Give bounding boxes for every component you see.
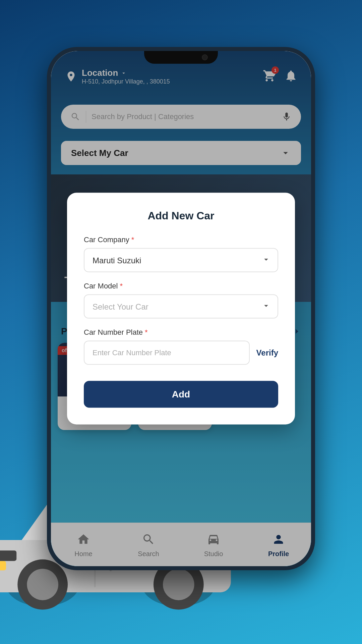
svg-point-15 [163,569,194,600]
svg-rect-17 [0,550,16,561]
car-number-label: Car Number Plate * [84,328,278,337]
svg-point-13 [27,569,58,600]
car-company-select[interactable]: Maruti Suzuki Hyundai Tata Honda Toyota [84,248,278,272]
modal-overlay: Add New Car Car Company * Maruti Suzuki … [51,51,311,566]
car-number-group: Car Number Plate * Verify [84,328,278,365]
car-model-label: Car Model * [84,282,278,290]
add-car-modal: Add New Car Car Company * Maruti Suzuki … [67,193,295,425]
car-company-label: Car Company * [84,235,278,244]
verify-button[interactable]: Verify [256,348,278,358]
required-star-1: * [131,235,134,244]
modal-title: Add New Car [84,210,278,222]
app-content: Location H-510, Jodhpur Village, , 38001… [51,51,311,566]
car-model-select[interactable]: Select Your Car Swift Baleno WagonR [84,294,278,319]
phone-frame: Location H-510, Jodhpur Village, , 38001… [47,47,315,570]
add-button[interactable]: Add [84,381,278,408]
svg-rect-16 [0,561,6,570]
car-number-input[interactable] [84,341,250,365]
phone-inner: Location H-510, Jodhpur Village, , 38001… [51,51,311,566]
car-company-select-wrapper: Maruti Suzuki Hyundai Tata Honda Toyota [84,248,278,272]
car-company-group: Car Company * Maruti Suzuki Hyundai Tata… [84,235,278,272]
required-star-3: * [145,328,148,337]
car-model-group: Car Model * Select Your Car Swift Baleno… [84,282,278,319]
car-model-select-wrapper: Select Your Car Swift Baleno WagonR [84,294,278,319]
required-star-2: * [120,282,123,290]
number-plate-row: Verify [84,341,278,365]
